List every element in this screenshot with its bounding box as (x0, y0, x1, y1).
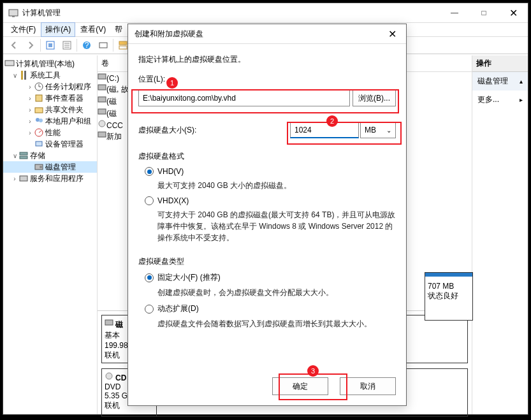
menu-view[interactable]: 查看(V) (76, 23, 110, 36)
svg-rect-3 (48, 43, 52, 47)
cancel-button[interactable]: 取消 (340, 377, 396, 395)
annotation-badge-3: 3 (307, 365, 319, 377)
size-input[interactable] (290, 122, 359, 138)
svg-rect-33 (98, 74, 106, 79)
svg-rect-16 (21, 71, 23, 80)
minimize-button[interactable]: — (440, 3, 469, 22)
svg-rect-15 (5, 61, 14, 66)
close-button[interactable]: ✕ (498, 3, 528, 22)
ok-button[interactable]: 确定 (272, 377, 328, 395)
tree-task-scheduler[interactable]: › 任务计划程序 (3, 81, 97, 92)
maximize-button[interactable]: □ (469, 3, 498, 22)
radio-vhdx[interactable]: VHDX(X) (145, 196, 396, 205)
left-tree: 计算机管理(本地) ∨ 系统工具 › 任务计划程序 › 事件查看器 › 共享文件… (3, 55, 98, 414)
event-icon (34, 93, 44, 103)
menu-file[interactable]: 文件(F) (7, 23, 40, 36)
tree-services-apps[interactable]: › 服务和应用程序 (3, 173, 97, 184)
main-window: 计算机管理 — □ ✕ 文件(F) 操作(A) 查看(V) 帮 ? 计算机 (3, 3, 528, 415)
svg-point-23 (36, 118, 40, 122)
location-input[interactable] (138, 90, 350, 106)
svg-rect-0 (9, 10, 18, 16)
app-icon (8, 8, 18, 18)
chevron-right-icon: ▸ (520, 96, 523, 103)
tree-disk-management[interactable]: 磁盘管理 (3, 161, 97, 173)
actions-pane: 操作 磁盘管理 ▴ 更多... ▸ (472, 55, 528, 414)
svg-rect-32 (20, 176, 27, 181)
svg-rect-17 (24, 71, 26, 80)
toolbar-properties[interactable] (60, 38, 74, 52)
svg-point-40 (106, 373, 112, 379)
partition-fragment[interactable]: 707 MB 状态良好 (425, 272, 473, 321)
svg-rect-12 (119, 46, 127, 49)
svg-point-24 (39, 119, 43, 122)
window-title: 计算机管理 (22, 8, 61, 18)
svg-rect-38 (98, 132, 106, 137)
actions-header: 操作 (472, 55, 528, 72)
tree-performance[interactable]: › 性能 (3, 127, 97, 138)
toolbar-forward[interactable] (24, 38, 38, 52)
size-label: 虚拟硬盘大小(S): (138, 125, 196, 136)
svg-point-31 (40, 166, 42, 168)
tree-root[interactable]: 计算机管理(本地) (3, 58, 97, 69)
size-unit-select[interactable]: MB ⌄ (360, 122, 396, 138)
tree-local-users[interactable]: › 本地用户和组 (3, 115, 97, 127)
tree-event-viewer[interactable]: › 事件查看器 (3, 92, 97, 104)
dialog-title: 创建和附加虚拟硬盘 (135, 29, 203, 40)
perf-icon (34, 127, 44, 138)
services-icon (18, 173, 29, 184)
toolbar-refresh[interactable] (96, 38, 110, 52)
menu-action[interactable]: 操作(A) (41, 22, 75, 37)
tree-shared-folders[interactable]: › 共享文件夹 (3, 104, 97, 115)
radio-fixed[interactable]: 固定大小(F) (推荐) (145, 272, 396, 283)
device-icon (34, 139, 44, 149)
titlebar: 计算机管理 — □ ✕ (3, 3, 528, 22)
menu-help[interactable]: 帮 (111, 23, 126, 36)
dynamic-desc: 虚拟硬盘文件会随着数据写入到虚拟硬盘而增长到其最大大小。 (157, 318, 396, 329)
users-icon (34, 116, 44, 126)
disk-icon (34, 162, 44, 172)
vhd-desc: 最大可支持 2040 GB 大小的虚拟磁盘。 (157, 180, 396, 191)
svg-rect-21 (36, 95, 42, 101)
tools-icon (18, 70, 29, 80)
format-group-label: 虚拟硬盘格式 (138, 151, 396, 162)
fixed-desc: 创建虚拟硬盘时，会为虚拟硬盘文件分配最大大小。 (157, 287, 396, 298)
svg-rect-27 (36, 141, 42, 146)
tree-device-manager[interactable]: 设备管理器 (3, 138, 97, 150)
tree-storage[interactable]: ∨ 存储 (3, 150, 97, 161)
vhdx-desc: 可支持大于 2040 GB 的虚拟磁盘(最大可支持 64 TB)，并且可从电源故… (157, 209, 396, 243)
browse-button[interactable]: 浏览(B)... (353, 90, 396, 106)
svg-rect-1 (12, 16, 15, 17)
toolbar-up[interactable] (43, 38, 57, 52)
annotation-badge-2: 2 (326, 115, 338, 127)
svg-rect-36 (98, 109, 106, 114)
actions-more[interactable]: 更多... ▸ (472, 91, 528, 109)
svg-rect-10 (99, 43, 107, 48)
dialog-close-button[interactable]: ✕ (378, 24, 406, 43)
storage-icon (18, 150, 29, 161)
svg-rect-34 (98, 85, 106, 90)
radio-icon (145, 196, 154, 205)
svg-rect-39 (105, 320, 113, 325)
svg-rect-29 (20, 156, 27, 159)
actions-diskmgmt[interactable]: 磁盘管理 ▴ (472, 72, 528, 91)
type-group-label: 虚拟硬盘类型 (138, 256, 396, 267)
svg-rect-11 (119, 41, 127, 45)
radio-icon (145, 167, 154, 176)
dialog-instruction: 指定计算机上的虚拟硬盘位置。 (138, 54, 396, 65)
radio-vhd[interactable]: VHD(V) (145, 167, 396, 176)
svg-rect-35 (98, 97, 106, 102)
computer-icon (4, 59, 15, 69)
tree-system-tools[interactable]: ∨ 系统工具 (3, 69, 97, 81)
collapse-icon: ▴ (520, 78, 523, 85)
toolbar-back[interactable] (7, 38, 21, 52)
svg-rect-22 (35, 108, 43, 113)
dialog-titlebar: 创建和附加虚拟硬盘 ✕ (128, 24, 406, 43)
svg-point-37 (99, 120, 105, 127)
annotation-badge-1: 1 (166, 77, 178, 89)
svg-text:?: ? (85, 41, 89, 50)
toolbar-help[interactable]: ? (80, 38, 94, 52)
radio-dynamic[interactable]: 动态扩展(D) (145, 303, 396, 314)
radio-icon (145, 305, 154, 314)
radio-icon (145, 273, 154, 282)
chevron-down-icon: ⌄ (386, 127, 391, 134)
